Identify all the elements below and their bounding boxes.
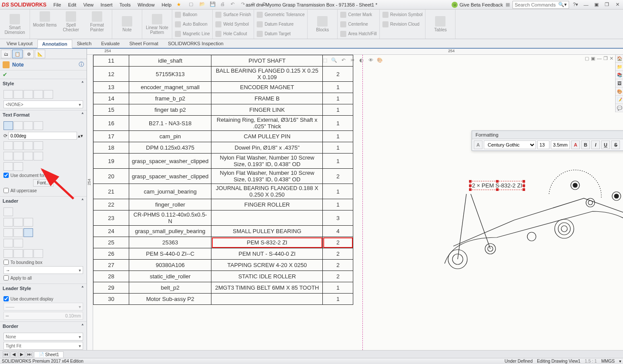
table-row[interactable]: 23CR-PHMS 0.112-40x0.5x0.5-N3 xyxy=(94,210,353,226)
align-justify-button[interactable] xyxy=(33,121,43,130)
table-row[interactable]: 2525363PEM S-832-2 ZI2 xyxy=(94,237,353,248)
note-button[interactable]: Note xyxy=(115,16,139,32)
prev-sheet-icon[interactable]: ◀ xyxy=(10,351,17,357)
tab-solidworks-inspection[interactable]: SOLIDWORKS Inspection xyxy=(163,39,228,48)
all-uppercase-check[interactable]: All uppercase xyxy=(3,188,83,193)
save-icon[interactable]: 💾 xyxy=(210,1,217,8)
status-custom-icon[interactable]: ▾ xyxy=(619,359,621,364)
underline-button[interactable]: U xyxy=(601,140,610,149)
note-annotation[interactable]: 2 × PEM S-832-2 ZI xyxy=(470,181,524,190)
centerline-button[interactable]: Centerline xyxy=(340,20,377,29)
restore2-icon[interactable]: ❐ xyxy=(603,2,611,8)
table-row[interactable]: 26PEM S-440-0 ZI--CPEM NUT - S-440-0 ZI2 xyxy=(94,248,353,260)
view-close-icon[interactable]: ❐ xyxy=(603,56,608,61)
menu-window[interactable]: Window xyxy=(134,1,158,8)
bom-table[interactable]: 11idle_shaftPIVOT SHAFT1257155K313BALL B… xyxy=(93,55,353,305)
datum-target-button[interactable]: Datum Target xyxy=(257,30,305,38)
area-hatch-button[interactable]: Area Hatch/Fill xyxy=(340,30,377,38)
model-items-button[interactable]: Model Items xyxy=(33,11,57,37)
format-painter-button[interactable]: Format Painter xyxy=(85,11,109,37)
appearance-icon[interactable]: 🎨 xyxy=(376,56,384,64)
spinner-icon[interactable]: ▴▾ xyxy=(78,133,83,139)
display-icon[interactable]: ◐ xyxy=(358,56,365,64)
font-size-input[interactable] xyxy=(537,140,549,149)
revision-symbol-button[interactable]: Revision Symbol xyxy=(382,10,422,19)
ok-check-icon[interactable]: ✔ xyxy=(0,70,87,79)
undo-icon[interactable]: ↶ xyxy=(231,1,238,8)
search-input[interactable] xyxy=(515,2,558,7)
table-row[interactable]: 29belt_p22MGT3 TIMING BELT 6MM X 85 TOOT… xyxy=(94,282,353,294)
table-row[interactable]: 11idle_shaftPIVOT SHAFT xyxy=(94,55,353,67)
to-bounding-box-check[interactable]: To bounding box xyxy=(3,260,83,265)
search-commands[interactable]: 🔍▾ xyxy=(512,1,569,9)
angle-input[interactable] xyxy=(8,132,77,140)
link-to-property-button[interactable] xyxy=(13,162,23,171)
configuration-tab[interactable]: ⚙ xyxy=(23,50,34,58)
style-select[interactable]: <NONE>▾ xyxy=(3,100,83,108)
table-row[interactable]: 20grasp_spacer_washer_clippedNylon Flat … xyxy=(94,169,353,184)
menu-view[interactable]: View xyxy=(80,1,97,8)
beta-feedback[interactable]: ☺ Give Beta Feedback xyxy=(452,2,503,8)
tab-sketch[interactable]: Sketch xyxy=(72,39,97,48)
menu-help[interactable]: Help xyxy=(158,1,175,8)
font-height-input[interactable] xyxy=(551,140,570,149)
status-scale[interactable]: 1.5 : 1 xyxy=(585,359,597,364)
text-color-button[interactable]: A xyxy=(571,140,580,149)
help-small-icon[interactable]: ⓘ xyxy=(79,61,84,68)
property-manager-tab[interactable]: 📋 xyxy=(12,50,23,58)
apply-to-all-check[interactable]: Apply to all xyxy=(3,275,83,281)
custom-props-icon[interactable]: 📝 xyxy=(616,96,623,104)
tab-view-layout[interactable]: View Layout xyxy=(2,39,37,48)
spell-checker-button[interactable]: Spell Checker xyxy=(59,11,83,37)
table-row[interactable]: 22finger_rollerFINGER ROLLER1 xyxy=(94,199,353,210)
style-section[interactable]: Style˄ xyxy=(0,79,87,88)
view-min-icon[interactable]: ▢ xyxy=(585,56,589,61)
table-row[interactable]: 30Motor Sub-assy P21 xyxy=(94,294,353,305)
use-document-font-check[interactable]: Use document font xyxy=(3,173,83,178)
design-library-icon[interactable]: 📚 xyxy=(616,71,623,79)
minimize-icon[interactable]: — xyxy=(582,2,590,8)
style-btn-1[interactable] xyxy=(3,90,13,99)
border-fit-select[interactable]: Tight Fit▾ xyxy=(3,342,83,350)
formatting-toolbar[interactable]: Formatting A Century Gothic A B I U S̶ ≡… xyxy=(472,130,623,151)
blocks-button[interactable]: Blocks xyxy=(310,16,335,32)
font-color-icon[interactable]: A xyxy=(474,140,482,149)
line-thickness-select[interactable]: ═0.10mm xyxy=(3,312,83,320)
resources-tab-icon[interactable]: 📁 xyxy=(616,63,623,71)
home-tab-icon[interactable]: 🏠 xyxy=(616,55,623,63)
print-icon[interactable]: 🖨 xyxy=(220,1,227,8)
next-sheet-icon[interactable]: ▶ xyxy=(18,351,25,357)
geometric-tolerance-button[interactable]: Geometric Tolerance xyxy=(257,10,305,19)
table-row[interactable]: 17cam_pinCAM PULLEY PIN1 xyxy=(94,131,353,142)
menu-tools[interactable]: Tools xyxy=(116,1,134,8)
graphics-area[interactable]: 254 254 254 ⬚ 🔍 ↶ ✂ ◐ 👁 🎨 11idle_shaftPI… xyxy=(87,49,623,350)
font-family-select[interactable]: Century Gothic xyxy=(484,140,536,149)
menu-file[interactable]: File xyxy=(50,1,65,8)
hide-show-icon[interactable]: 👁 xyxy=(367,56,375,64)
table-row[interactable]: 1257155K313BALL BEARING FLANGED 0.125 X … xyxy=(94,67,353,82)
table-row[interactable]: 21cam_journal_bearingJOURNAL BEARING FLA… xyxy=(94,184,353,199)
tables-button[interactable]: Tables xyxy=(428,16,452,32)
table-row[interactable]: 28static_idle_rollerSTATIC IDLE ROLLER2 xyxy=(94,271,353,282)
revision-cloud-button[interactable]: Revision Cloud xyxy=(382,20,422,29)
linear-note-pattern-button[interactable]: Linear Note Pattern xyxy=(145,14,169,35)
magnetic-line-button[interactable]: Magnetic Line xyxy=(175,30,210,38)
border-type-select[interactable]: None▾ xyxy=(3,333,83,341)
tab-annotation[interactable]: Annotation xyxy=(37,40,72,48)
restore-icon[interactable]: ▣ xyxy=(593,2,600,8)
pin-icon[interactable]: ★ xyxy=(177,2,181,7)
dimxpert-tab[interactable]: 📐 xyxy=(35,50,45,58)
view-x-icon[interactable]: ✕ xyxy=(610,56,613,61)
use-doc-display-check[interactable]: Use document display xyxy=(3,296,83,301)
weld-symbol-button[interactable]: Weld Symbol xyxy=(215,20,251,29)
datum-feature-button[interactable]: Datum Feature xyxy=(257,20,305,29)
table-row[interactable]: 18DPM 0.125x0.4375Dowel Pin, Ø1/8" x .43… xyxy=(94,142,353,154)
table-row[interactable]: 16B27.1 - NA3-S18Retaining Ring, Externa… xyxy=(94,116,353,131)
open-icon[interactable]: 📂 xyxy=(199,1,206,8)
align-right-button[interactable] xyxy=(23,121,33,130)
menu-insert[interactable]: Insert xyxy=(97,1,116,8)
table-row[interactable]: 13encoder_magnet_smallENCODER MAGNET1 xyxy=(94,82,353,93)
table-row[interactable]: 19grasp_spacer_washer_clippedNylon Flat … xyxy=(94,154,353,169)
italic-button[interactable]: I xyxy=(591,140,600,149)
view-restore-icon[interactable]: — xyxy=(597,56,602,61)
